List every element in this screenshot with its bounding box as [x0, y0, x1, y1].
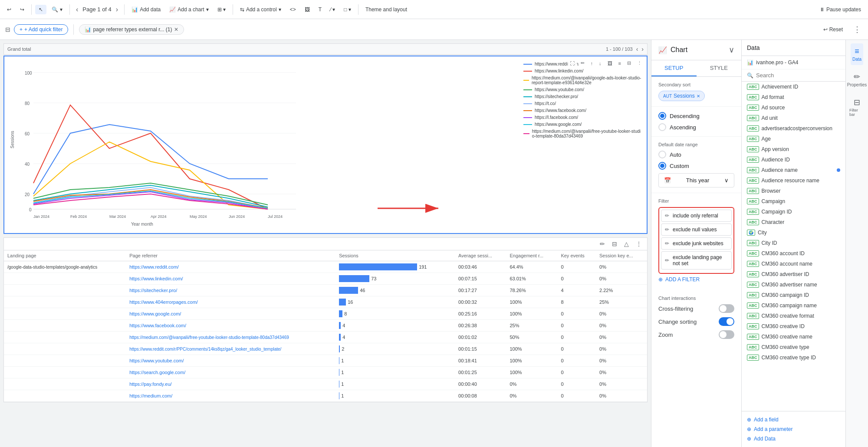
- table-edit-button[interactable]: ✏: [598, 240, 607, 248]
- redo-button[interactable]: ↪: [16, 5, 28, 14]
- data-item-cm360-account-id[interactable]: ABC CM360 account ID: [742, 248, 845, 259]
- data-item-cm360-creative-type-id[interactable]: ABC CM360 creative type ID: [742, 352, 845, 363]
- add-field-button[interactable]: ⊕ Add a field: [747, 415, 840, 424]
- data-item-audience-name[interactable]: ABC Audience name: [742, 165, 845, 175]
- filter-chip-close[interactable]: ✕: [174, 26, 178, 33]
- prev-page-button[interactable]: ‹: [73, 5, 81, 14]
- sidebar-tab-data[interactable]: ≡ Data: [851, 43, 863, 65]
- data-item-city[interactable]: 🌍 City: [742, 227, 845, 238]
- cell-referrer[interactable]: https://sitechecker.pro/: [126, 285, 335, 296]
- data-item-character[interactable]: ABC Character: [742, 217, 845, 227]
- cell-referrer[interactable]: https://medium.com/@ivanpalii/free-youtu…: [126, 332, 335, 343]
- zoom-toggle[interactable]: [719, 330, 734, 339]
- sort-chip[interactable]: AUT Sessions ✕: [658, 91, 705, 101]
- tab-style[interactable]: STYLE: [697, 60, 742, 76]
- cell-referrer[interactable]: https://www.reddit.com/r/PPC/comments/14…: [126, 343, 335, 355]
- next-chart-page[interactable]: ›: [641, 46, 644, 53]
- data-item-age[interactable]: ABC Age: [742, 134, 845, 144]
- chart-sort-button[interactable]: ≡: [616, 59, 623, 67]
- add-quick-filter-button[interactable]: + + Add quick filter: [14, 24, 68, 35]
- rect-button[interactable]: □ ▾: [340, 5, 355, 14]
- add-data-button[interactable]: 📊 Add data: [128, 5, 164, 14]
- auto-radio[interactable]: Auto: [658, 151, 734, 158]
- grid-button[interactable]: ⊞ ▾: [214, 5, 229, 14]
- cell-referrer[interactable]: https://www.youtube.com/: [126, 355, 335, 367]
- change-sorting-toggle[interactable]: [719, 317, 734, 326]
- cell-referrer[interactable]: https://medium.com/: [126, 390, 335, 402]
- add-data-button[interactable]: ⊕ Add Data: [747, 434, 840, 444]
- reset-button[interactable]: ↩ Reset: [818, 25, 848, 34]
- chart-filter-button[interactable]: ⊟: [625, 59, 633, 67]
- next-page-button[interactable]: ›: [113, 5, 121, 14]
- data-item-cm360-advertiser-name[interactable]: ABC CM360 advertiser name: [742, 279, 845, 290]
- data-item-ad-format[interactable]: ABC Ad format: [742, 92, 845, 102]
- filter-chip[interactable]: 📊 page referrer types external r... (1) …: [79, 24, 184, 35]
- filter-item-junk[interactable]: ✏ exclude junk websites: [661, 237, 732, 250]
- add-control-button[interactable]: ⇆ Add a control ▾: [237, 5, 285, 14]
- data-item-achievement-id[interactable]: ABC Achievement ID: [742, 82, 845, 92]
- sidebar-tab-properties[interactable]: ✏ Properties: [845, 69, 868, 91]
- data-item-advertiser-cost[interactable]: ABC advertiseradcostperconversion: [742, 123, 845, 134]
- chart-img-button[interactable]: 🖼: [605, 59, 615, 67]
- data-item-cm360-creative-name[interactable]: ABC CM360 creative name: [742, 332, 845, 342]
- sidebar-tab-filter-bar[interactable]: ⊟ Filter bar: [848, 94, 866, 120]
- data-item-ad-unit[interactable]: ABC Ad unit: [742, 113, 845, 123]
- add-chart-button[interactable]: 📈 Add a chart ▾: [166, 5, 212, 14]
- data-item-browser[interactable]: ABC Browser: [742, 186, 845, 196]
- sort-chip-remove[interactable]: ✕: [697, 94, 700, 99]
- text-button[interactable]: T: [315, 5, 325, 14]
- code-button[interactable]: <>: [286, 5, 299, 14]
- zoom-button[interactable]: 🔍▾: [48, 5, 66, 14]
- descending-radio[interactable]: Descending: [658, 112, 734, 120]
- cell-referrer[interactable]: https://search.google.com/: [126, 367, 335, 378]
- filter-item-landing-page[interactable]: ✏ exclude landing page not set: [661, 251, 732, 270]
- ascending-radio[interactable]: Ascending: [658, 123, 734, 131]
- table-filter-button[interactable]: ⊟: [610, 240, 619, 248]
- tab-setup[interactable]: SETUP: [651, 60, 697, 76]
- more-options-button[interactable]: ⋮: [852, 23, 863, 36]
- theme-layout-button[interactable]: Theme and layout: [362, 5, 411, 14]
- data-item-cm360-creative-type[interactable]: ABC CM360 creative type: [742, 342, 845, 352]
- chart-down-button[interactable]: ↓: [597, 59, 604, 67]
- date-select[interactable]: 📅 This year ∨: [658, 173, 734, 187]
- data-item-audience-id[interactable]: ABC Audience ID: [742, 154, 845, 165]
- prev-chart-page[interactable]: ‹: [636, 46, 638, 53]
- data-item-cm360-advertiser-id[interactable]: ABC CM360 advertiser ID: [742, 269, 845, 279]
- cursor-tool-button[interactable]: ↖: [35, 5, 46, 14]
- cell-referrer[interactable]: https://www.facebook.com/: [126, 320, 335, 332]
- custom-radio[interactable]: Custom: [658, 162, 734, 170]
- table-alert-button[interactable]: △: [622, 240, 631, 248]
- pause-updates-button[interactable]: ⏸ Pause updates: [816, 5, 865, 14]
- cell-referrer[interactable]: https://www.404errorpages.com/: [126, 296, 335, 308]
- add-parameter-button[interactable]: ⊕ Add a parameter: [747, 424, 840, 434]
- data-item-campaign[interactable]: ABC Campaign: [742, 196, 845, 207]
- chart-up-button[interactable]: ↑: [589, 59, 595, 67]
- shape-button[interactable]: ∕ ▾: [327, 5, 339, 14]
- chart-edit-button[interactable]: ✏: [579, 59, 587, 67]
- cross-filtering-toggle[interactable]: [719, 304, 734, 313]
- cell-referrer[interactable]: https://www.reddit.com/: [126, 261, 335, 273]
- cell-referrer[interactable]: https://pay.fondy.eu/: [126, 378, 335, 390]
- data-item-ad-source[interactable]: ABC Ad source: [742, 102, 845, 113]
- data-item-campaign-id[interactable]: ABC Campaign ID: [742, 207, 845, 217]
- data-item-cm360-campaign-name[interactable]: ABC CM360 campaign name: [742, 300, 845, 311]
- chart-maximize-button[interactable]: ⛶: [568, 59, 577, 67]
- cell-referrer[interactable]: https://www.linkedin.com/: [126, 273, 335, 285]
- data-item-cm360-campaign-id[interactable]: ABC CM360 campaign ID: [742, 290, 845, 300]
- filter-item-referral[interactable]: ✏ include only referral: [661, 210, 732, 222]
- panel-close-button[interactable]: ∨: [729, 45, 734, 55]
- data-item-cm360-creative-id[interactable]: ABC CM360 creative ID: [742, 321, 845, 332]
- add-filter-button[interactable]: ⊕ ADD A FILTER: [658, 274, 734, 285]
- search-input[interactable]: [756, 72, 840, 79]
- chart-more-button[interactable]: ⋮: [635, 59, 644, 67]
- undo-button[interactable]: ↩: [3, 5, 15, 14]
- cell-referrer[interactable]: https://www.google.com/: [126, 308, 335, 320]
- data-item-audience-resource[interactable]: ABC Audience resource name: [742, 175, 845, 186]
- image-button[interactable]: 🖼: [301, 5, 313, 14]
- data-item-city-id[interactable]: ABC City ID: [742, 238, 845, 248]
- data-item-cm360-creative-format[interactable]: ABC CM360 creative format: [742, 311, 845, 321]
- filter-item-null[interactable]: ✏ exclude null values: [661, 224, 732, 236]
- table-more-button[interactable]: ⋮: [634, 240, 644, 248]
- data-item-app-version[interactable]: ABC App version: [742, 144, 845, 154]
- data-item-cm360-account-name[interactable]: ABC CM360 account name: [742, 259, 845, 269]
